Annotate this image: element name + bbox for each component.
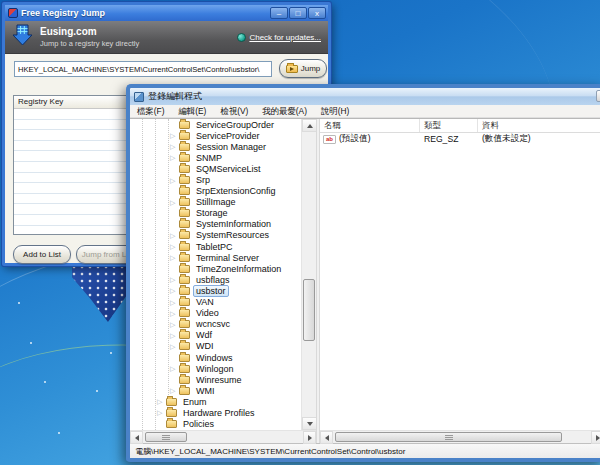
tree-item[interactable]: StillImage xyxy=(130,197,301,208)
horizontal-scroll-thumb[interactable] xyxy=(335,432,562,442)
tree-item[interactable]: SystemInformation xyxy=(130,219,301,230)
expand-arrow-icon[interactable] xyxy=(170,286,179,295)
maximize-button[interactable]: □ xyxy=(289,7,307,19)
expand-arrow-icon[interactable] xyxy=(170,275,179,284)
regedit-app-icon xyxy=(134,92,144,102)
tree-item[interactable]: wcncsvc xyxy=(130,319,301,330)
check-updates-link[interactable]: Check for updates... xyxy=(249,33,321,42)
tree-item[interactable]: Winresume xyxy=(130,374,301,385)
status-bar: 電腦\HKEY_LOCAL_MACHINE\SYSTEM\CurrentCont… xyxy=(130,443,600,458)
tree-item[interactable]: SNMP xyxy=(130,152,301,163)
menu-item[interactable]: 編輯(E) xyxy=(171,106,213,117)
tree-item[interactable]: Policies xyxy=(130,419,301,430)
sparkle-dot xyxy=(18,302,20,304)
expand-arrow-icon[interactable] xyxy=(170,320,179,329)
expand-arrow-icon[interactable] xyxy=(170,142,179,151)
tree-item[interactable]: Storage xyxy=(130,208,301,219)
tree-item[interactable]: Terminal Server xyxy=(130,252,301,263)
menu-item[interactable]: 檢視(V) xyxy=(213,106,255,117)
registry-path-input[interactable] xyxy=(14,61,272,77)
expand-arrow-icon[interactable] xyxy=(170,176,179,185)
expand-arrow-icon[interactable] xyxy=(170,131,179,140)
values-horizontal-scrollbar[interactable] xyxy=(320,430,600,443)
scroll-right-button[interactable] xyxy=(303,431,316,444)
scroll-up-button[interactable] xyxy=(302,119,316,132)
tree-item[interactable]: usbstor xyxy=(130,285,301,296)
folder-icon xyxy=(179,365,190,373)
tree-item[interactable]: Winlogon xyxy=(130,363,301,374)
scroll-down-button[interactable] xyxy=(302,417,316,430)
add-to-list-button[interactable]: Add to List xyxy=(13,245,71,264)
tree-item[interactable]: SystemResources xyxy=(130,230,301,241)
tree-item[interactable]: Srp xyxy=(130,174,301,185)
tree-item[interactable]: TimeZoneInformation xyxy=(130,263,301,274)
expand-arrow-icon[interactable] xyxy=(170,242,179,251)
vertical-scroll-thumb[interactable] xyxy=(303,279,315,341)
registry-editor-window: 登錄編輯程式 檔案(F)編輯(E)檢視(V)我的最愛(A)說明(H) xyxy=(126,84,600,462)
sparkle-dot xyxy=(58,432,60,434)
tree-item[interactable]: TabletPC xyxy=(130,241,301,252)
tree-vertical-scrollbar[interactable] xyxy=(301,119,316,430)
tree-horizontal-scrollbar[interactable] xyxy=(130,430,316,443)
tree-item[interactable]: SQMServiceList xyxy=(130,163,301,174)
value-row[interactable]: (預設值) REG_SZ (數值未設定) xyxy=(320,133,600,145)
tree-item[interactable]: Session Manager xyxy=(130,141,301,152)
tree-item[interactable]: Wdf xyxy=(130,330,301,341)
tree-item[interactable]: VAN xyxy=(130,297,301,308)
tree-item[interactable]: Video xyxy=(130,308,301,319)
tree-item[interactable]: SrpExtensionConfig xyxy=(130,186,301,197)
column-header-data[interactable]: 資料 xyxy=(478,119,600,132)
expand-arrow-icon[interactable] xyxy=(170,309,179,318)
desktop[interactable]: Free Registry Jump – □ x Eusing.com Jump… xyxy=(0,0,600,465)
brand-name: Eusing.com xyxy=(40,26,237,39)
value-list: (預設值) REG_SZ (數值未設定) xyxy=(320,133,600,430)
folder-icon xyxy=(179,165,190,173)
expand-arrow-icon[interactable] xyxy=(170,386,179,395)
jump-button[interactable]: Jump xyxy=(279,59,327,78)
folder-icon xyxy=(179,231,190,239)
expand-arrow-icon[interactable] xyxy=(170,253,179,262)
status-path: 電腦\HKEY_LOCAL_MACHINE\SYSTEM\CurrentCont… xyxy=(135,447,405,456)
close-button[interactable]: x xyxy=(308,7,326,19)
folder-icon xyxy=(179,342,190,350)
expand-arrow-icon[interactable] xyxy=(170,198,179,207)
column-header-name[interactable]: 名稱 xyxy=(320,119,420,132)
brand-header: Eusing.com Jump to a registry key direct… xyxy=(5,21,328,54)
tree-item[interactable]: ServiceGroupOrder xyxy=(130,119,301,130)
app-icon xyxy=(8,8,18,18)
tree-item[interactable]: Enum xyxy=(130,396,301,407)
regedit-titlebar[interactable]: 登錄編輯程式 xyxy=(130,88,600,105)
tree-item[interactable]: Hardware Profiles xyxy=(130,407,301,418)
column-header-type[interactable]: 類型 xyxy=(420,119,478,132)
menu-item[interactable]: 檔案(F) xyxy=(130,106,171,117)
expand-arrow-icon[interactable] xyxy=(157,397,166,406)
tree-item[interactable]: Windows xyxy=(130,352,301,363)
expand-arrow-icon[interactable] xyxy=(170,342,179,351)
expand-arrow-icon[interactable] xyxy=(170,331,179,340)
folder-icon xyxy=(166,420,177,428)
expand-arrow-icon[interactable] xyxy=(170,153,179,162)
menu-item[interactable]: 說明(H) xyxy=(314,106,356,117)
tree-item[interactable]: usbflags xyxy=(130,274,301,285)
tree-item[interactable]: ServiceProvider xyxy=(130,130,301,141)
folder-jump-icon xyxy=(286,65,298,73)
scroll-right-button[interactable] xyxy=(591,431,600,444)
eusing-logo-icon xyxy=(12,24,33,51)
tree-item[interactable]: WMI xyxy=(130,385,301,396)
right-arrow-icon xyxy=(308,435,312,441)
scroll-left-button[interactable] xyxy=(130,431,143,444)
folder-icon xyxy=(179,287,190,295)
minimize-button[interactable]: – xyxy=(270,7,288,19)
scroll-left-button[interactable] xyxy=(320,431,333,444)
jump-window-titlebar[interactable]: Free Registry Jump – □ x xyxy=(5,5,328,21)
folder-icon xyxy=(179,243,190,251)
horizontal-scroll-thumb[interactable] xyxy=(145,432,187,442)
expand-arrow-icon[interactable] xyxy=(170,231,179,240)
expand-arrow-icon[interactable] xyxy=(157,408,166,417)
left-arrow-icon xyxy=(325,435,329,441)
menu-item[interactable]: 我的最愛(A) xyxy=(255,106,314,117)
caption-button-fragment[interactable] xyxy=(596,90,600,102)
tree-item[interactable]: WDI xyxy=(130,341,301,352)
expand-arrow-icon[interactable] xyxy=(170,298,179,307)
expand-arrow-icon[interactable] xyxy=(170,364,179,373)
